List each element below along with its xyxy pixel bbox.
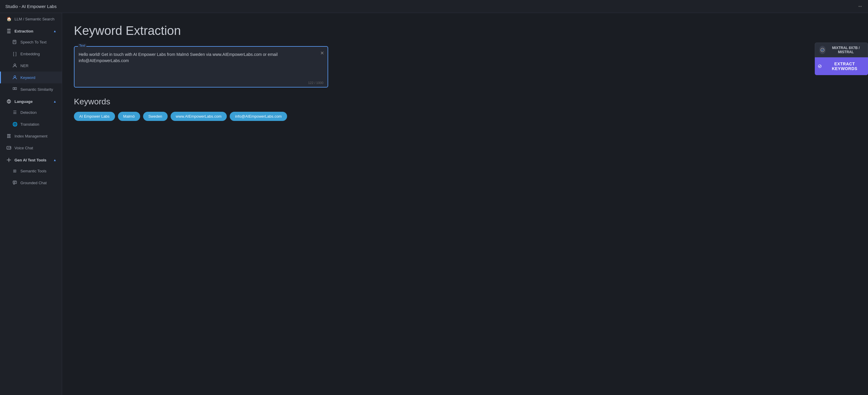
sidebar-section-gen-ai[interactable]: Gen AI Test Tools ▲	[0, 154, 62, 165]
svg-point-13	[7, 136, 8, 138]
sidebar-item-llm-semantic-search[interactable]: 🏠 LLM / Semantic Search	[0, 13, 62, 25]
sidebar-item-translation[interactable]: 🌐 Translation	[0, 118, 62, 130]
svg-rect-0	[7, 29, 11, 30]
text-label: Text	[78, 44, 86, 47]
svg-point-11	[7, 134, 8, 135]
svg-rect-1	[7, 31, 11, 31]
model-selector[interactable]: MIXTRAL 8X7B / MISTRAL	[815, 42, 868, 57]
svg-rect-9	[15, 88, 17, 90]
svg-point-14	[9, 136, 10, 138]
translation-icon: 🌐	[12, 122, 18, 127]
sidebar-item-keyword[interactable]: Keyword	[0, 71, 62, 83]
language-chevron: ▲	[53, 100, 57, 103]
embedding-icon: [ ]	[12, 51, 18, 57]
extraction-chevron: ▲	[53, 29, 57, 33]
sidebar-item-speech-to-text[interactable]: Speech To Text	[0, 36, 62, 48]
keywords-list: AI Empower Labs Malmö Sweden www.AIEmpow…	[74, 112, 856, 121]
keyword-chip-0: AI Empower Labs	[74, 112, 115, 121]
gen-ai-chevron: ▲	[53, 158, 57, 162]
char-count: 122 / 1000	[308, 81, 323, 85]
voice-chat-icon	[6, 145, 11, 151]
right-panel: MIXTRAL 8X7B / MISTRAL EXTRACT KEYWORDS	[815, 42, 868, 75]
keywords-title: Keywords	[74, 97, 856, 107]
sidebar-section-extraction[interactable]: Extraction ▲	[0, 25, 62, 36]
semantic-sim-icon	[12, 87, 18, 92]
clear-button[interactable]: ✕	[320, 50, 324, 56]
topbar: Studio - AI Empower Labs ↔	[0, 0, 868, 13]
sidebar-section-language[interactable]: Language ▲	[0, 95, 62, 107]
svg-point-7	[14, 76, 16, 78]
sidebar-item-voice-chat[interactable]: Voice Chat	[0, 142, 62, 154]
sidebar-item-grounded-chat[interactable]: Grounded Chat	[0, 177, 62, 189]
index-icon	[6, 133, 11, 139]
speech-icon	[12, 39, 18, 44]
semantic-tools-icon: ⊞	[12, 168, 18, 174]
ner-icon	[12, 63, 18, 68]
text-input-container: Text ✕ 122 / 1000	[74, 46, 328, 88]
model-name: MIXTRAL 8X7B / MISTRAL	[828, 46, 864, 54]
detection-icon: ☰	[12, 110, 18, 115]
keyword-chip-1: Malmö	[118, 112, 140, 121]
svg-point-6	[14, 64, 16, 66]
language-icon	[6, 99, 11, 104]
main-layout: 🏠 LLM / Semantic Search Extraction ▲ Spe…	[0, 13, 868, 395]
sidebar-item-index-management[interactable]: Index Management	[0, 130, 62, 142]
gen-ai-icon	[6, 157, 11, 162]
content-area: Keyword Extraction Text ✕ 122 / 1000 MIX…	[62, 13, 868, 395]
svg-rect-8	[13, 88, 14, 90]
svg-point-10	[8, 100, 10, 103]
keyword-chip-2: Sweden	[143, 112, 167, 121]
home-icon: 🏠	[6, 16, 11, 22]
model-icon	[819, 46, 826, 54]
sidebar-item-detection[interactable]: ☰ Detection	[0, 107, 62, 118]
keyword-chip-4: info@AIEmpowerLabs.com	[230, 112, 287, 121]
text-input[interactable]	[79, 52, 323, 76]
svg-rect-2	[7, 32, 11, 33]
sidebar: 🏠 LLM / Semantic Search Extraction ▲ Spe…	[0, 13, 62, 395]
keyword-chip-3: www.AIEmpowerLabs.com	[170, 112, 227, 121]
keyword-icon	[12, 75, 18, 80]
app-title: Studio - AI Empower Labs	[5, 4, 57, 9]
resize-icon: ↔	[857, 3, 863, 9]
svg-point-12	[9, 134, 10, 135]
page-title: Keyword Extraction	[74, 24, 856, 38]
sidebar-item-ner[interactable]: NER	[0, 60, 62, 71]
sidebar-item-embedding[interactable]: [ ] Embedding	[0, 48, 62, 60]
sidebar-item-semantic-similarity[interactable]: Semantic Similarity	[0, 83, 62, 95]
extract-keywords-button[interactable]: EXTRACT KEYWORDS	[815, 57, 868, 75]
extraction-icon	[6, 28, 11, 34]
grounded-chat-icon	[12, 180, 18, 185]
svg-rect-25	[13, 181, 17, 184]
sidebar-item-semantic-tools[interactable]: ⊞ Semantic Tools	[0, 165, 62, 177]
